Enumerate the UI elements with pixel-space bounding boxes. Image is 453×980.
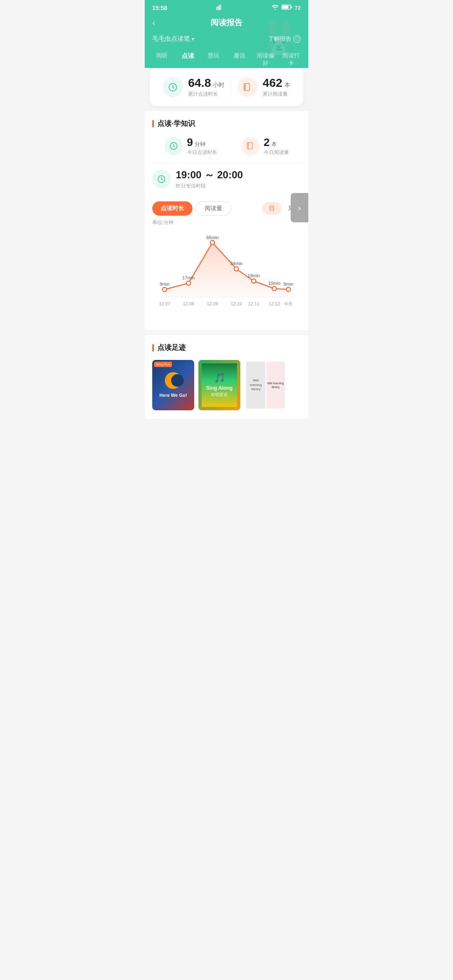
chart-xaxis-5: 12.12 xyxy=(269,301,280,306)
time-range-value: 19:00 ～ 20:00 xyxy=(176,168,243,182)
status-icons: 72 xyxy=(271,4,301,11)
next-arrow-button[interactable]: › xyxy=(291,193,308,222)
chart-label-5: 10min xyxy=(268,281,280,286)
chevron-down-icon: ▾ xyxy=(192,36,194,42)
today-minutes-label: 今日点读时长 xyxy=(187,149,217,156)
book-icon-large xyxy=(237,77,258,97)
chart-container: 9min 17min 66min 34min 19min 10min 9min … xyxy=(152,228,301,330)
total-books-unit: 本 xyxy=(284,81,290,88)
today-minutes-text: 9 分钟 今日点读时长 xyxy=(187,136,217,156)
chart-dot-2 xyxy=(211,240,215,245)
book-badge-1: Story Fun xyxy=(154,362,172,367)
header-sub: 毛毛虫点读笔 ▾ 了解报告 ⓘ xyxy=(152,32,301,49)
device-name: 毛毛虫点读笔 xyxy=(152,35,190,43)
book-title-3b: little learning library xyxy=(267,381,284,389)
today-stats: 9 分钟 今日点读时长 2 本 xyxy=(152,136,301,156)
time-range-row: 19:00 ～ 20:00 昨日专注时段 xyxy=(152,163,301,196)
today-minutes-unit: 分钟 xyxy=(195,141,206,147)
stats-card: 64.8 小时 累计点读时长 462 本 累计阅读量 xyxy=(150,68,303,106)
chart-xaxis-1: 12.08 xyxy=(183,301,194,306)
book-cover-2[interactable]: 🎵 Sing Along 欢唱童谣 xyxy=(198,360,240,410)
chart-unit-label: 单位:分钟 xyxy=(152,219,301,228)
chart-xaxis-2: 12.09 xyxy=(207,301,218,306)
total-hours-value: 64.8 xyxy=(188,76,211,89)
book-cover-1[interactable]: Story Fun Here We Go! xyxy=(152,360,194,410)
status-time: 15:58 xyxy=(152,5,167,11)
battery-level: 72 xyxy=(295,5,301,11)
book-subtitle-2: 欢唱童谣 xyxy=(211,392,228,398)
today-minutes-value: 9 xyxy=(187,136,193,149)
chart-dot-6 xyxy=(286,287,291,292)
content: 64.8 小时 累计点读时长 462 本 累计阅读量 xyxy=(145,68,308,419)
book-icon-today xyxy=(241,137,260,155)
book-title-3a: little learning library xyxy=(247,378,264,391)
total-books-value: 462 xyxy=(263,76,282,89)
total-hours-text: 64.8 小时 累计点读时长 xyxy=(188,76,224,98)
svg-rect-6 xyxy=(282,6,288,9)
report-info-label: 了解报告 xyxy=(268,35,292,43)
chart-label-0: 9min xyxy=(160,281,169,287)
total-hours-label: 累计点读时长 xyxy=(188,91,224,98)
today-books-unit: 本 xyxy=(271,141,277,147)
chart-label-3: 34min xyxy=(230,261,242,266)
chart-dot-4 xyxy=(252,279,256,283)
chart-dot-1 xyxy=(187,281,191,285)
time-range-label: 昨日专注时段 xyxy=(176,182,243,190)
battery-icon xyxy=(281,4,292,11)
today-minutes-stat: 9 分钟 今日点读时长 xyxy=(164,136,217,156)
svg-rect-3 xyxy=(220,4,221,10)
learn-section-title: 点读·学知识 xyxy=(152,119,301,128)
today-books-label: 今日阅读量 xyxy=(264,149,289,156)
time-range-text: 19:00 ～ 20:00 昨日专注时段 xyxy=(176,168,243,190)
stat-divider xyxy=(231,77,231,98)
header-nav: ‹ 阅读报告 xyxy=(152,17,301,28)
chart-dot-3 xyxy=(234,267,239,271)
status-sim-icon xyxy=(216,4,222,11)
today-books-value: 2 xyxy=(264,136,270,149)
learn-section: 点读·学知识 9 分钟 今日点读时长 xyxy=(145,111,308,330)
page-title: 阅读报告 xyxy=(211,17,242,28)
total-books-label: 累计阅读量 xyxy=(263,91,290,98)
back-button[interactable]: ‹ xyxy=(152,16,159,29)
chart-xaxis-6: 今天 xyxy=(284,301,293,306)
day-period-button[interactable]: 日 xyxy=(262,202,281,215)
footprints-title: 点读足迹 xyxy=(152,343,301,352)
duration-button[interactable]: 点读时长 xyxy=(152,201,193,216)
chart-dot-0 xyxy=(163,287,167,292)
device-selector[interactable]: 毛毛虫点读笔 ▾ xyxy=(152,35,194,43)
reading-button[interactable]: 阅读量 xyxy=(196,201,231,216)
svg-rect-1 xyxy=(218,6,219,10)
chart-xaxis-3: 12.10 xyxy=(231,301,242,306)
chart-label-2: 66min xyxy=(206,235,219,240)
chart-area xyxy=(165,242,289,297)
total-hours-unit: 小时 xyxy=(213,81,224,88)
chart-controls: 点读时长 阅读量 日 周 xyxy=(152,196,301,219)
chart-label-6: 9min xyxy=(284,281,293,287)
today-books-text: 2 本 今日阅读量 xyxy=(264,136,289,156)
footprints-title-bar xyxy=(152,344,154,352)
svg-rect-5 xyxy=(291,6,292,8)
total-books-stat: 462 本 累计阅读量 xyxy=(237,76,290,98)
book-title-1: Here We Go! xyxy=(159,392,187,398)
chart-label-4: 19min xyxy=(247,273,260,278)
header: 🐰 ‹ 阅读报告 毛毛虫点读笔 ▾ 了解报告 ⓘ xyxy=(145,14,308,49)
chart-dot-5 xyxy=(272,287,276,291)
total-hours-stat: 64.8 小时 累计点读时长 xyxy=(163,76,224,98)
books-row: Story Fun Here We Go! 🎵 Sing Along 欢唱童谣 xyxy=(152,360,301,414)
clock-icon-time xyxy=(152,170,171,188)
total-books-text: 462 本 累计阅读量 xyxy=(263,76,290,98)
svg-rect-0 xyxy=(216,7,217,10)
report-info-button[interactable]: 了解报告 ⓘ xyxy=(268,35,301,43)
clock-icon-large xyxy=(163,77,183,97)
book-title-2: Sing Along xyxy=(206,385,233,391)
svg-rect-10 xyxy=(247,143,252,149)
wifi-icon xyxy=(271,4,279,11)
clock-icon-today xyxy=(164,137,183,155)
book-cover-3[interactable]: little learning library little learning … xyxy=(245,360,286,410)
chart-xaxis-0: 12.07 xyxy=(159,301,170,306)
today-books-stat: 2 本 今日阅读量 xyxy=(241,136,289,156)
title-accent-bar xyxy=(152,120,154,128)
info-icon: ⓘ xyxy=(293,35,301,43)
status-bar: 15:58 72 xyxy=(145,0,308,14)
chart-label-1: 17min xyxy=(182,275,195,280)
